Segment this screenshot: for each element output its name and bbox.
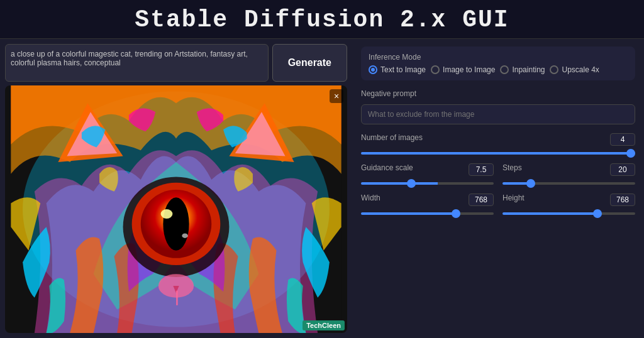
num-images-value: 4	[610, 133, 635, 146]
negative-prompt-input[interactable]	[361, 104, 635, 124]
inference-mode-group: Text to Image Image to Image Inpainting …	[369, 65, 628, 74]
main-content: a close up of a colorful magestic cat, t…	[0, 39, 644, 338]
radio-text-to-image[interactable]	[369, 65, 377, 74]
left-panel: a close up of a colorful magestic cat, t…	[0, 39, 352, 338]
right-panel: Inference Mode Text to Image Image to Im…	[352, 39, 644, 338]
cat-image	[5, 85, 347, 333]
mode-inpainting[interactable]: Inpainting	[500, 65, 545, 74]
radio-upscale-4x[interactable]	[550, 65, 558, 74]
guidance-scale-header: Guidance scale 7.5	[361, 163, 494, 176]
steps-section: Steps 20	[502, 163, 635, 185]
svg-point-7	[182, 233, 187, 238]
height-section: Height 768	[502, 194, 635, 215]
num-images-header: Number of images 4	[361, 133, 635, 146]
image-container: × TechCleen	[5, 85, 347, 333]
steps-header: Steps 20	[502, 163, 635, 176]
width-header: Width 768	[361, 194, 494, 206]
radio-dot-text-to-image	[371, 68, 375, 72]
width-height-row: Width 768 Height 768	[361, 194, 635, 215]
close-button[interactable]: ×	[330, 89, 343, 103]
inference-mode-section: Inference Mode Text to Image Image to Im…	[361, 46, 635, 80]
guidance-scale-value: 7.5	[469, 163, 494, 176]
negative-prompt-label: Negative prompt	[361, 89, 635, 98]
watermark: TechCleen	[303, 320, 345, 330]
prompt-input[interactable]: a close up of a colorful magestic cat, t…	[5, 44, 269, 82]
app-title: Stable Diffusion 2.x GUI	[0, 6, 644, 33]
guidance-scale-section: Guidance scale 7.5	[361, 163, 494, 185]
height-header: Height 768	[502, 194, 635, 206]
mode-image-to-image[interactable]: Image to Image	[431, 65, 495, 74]
mode-text-to-image[interactable]: Text to Image	[369, 65, 426, 74]
label-upscale-4x: Upscale 4x	[562, 65, 599, 74]
mode-upscale-4x[interactable]: Upscale 4x	[550, 65, 599, 74]
label-image-to-image: Image to Image	[443, 65, 495, 74]
svg-point-6	[161, 209, 173, 219]
svg-point-5	[163, 197, 189, 250]
guidance-scale-label: Guidance scale	[361, 163, 413, 172]
radio-image-to-image[interactable]	[431, 65, 440, 74]
width-value: 768	[469, 194, 494, 206]
close-icon: ×	[334, 91, 339, 101]
steps-slider[interactable]	[502, 182, 635, 185]
guidance-scale-slider[interactable]	[361, 182, 494, 185]
guidance-steps-row: Guidance scale 7.5 Steps 20	[361, 163, 635, 185]
steps-label: Steps	[502, 163, 522, 172]
header: Stable Diffusion 2.x GUI	[0, 0, 644, 39]
height-value: 768	[610, 194, 635, 206]
width-slider[interactable]	[361, 212, 494, 215]
generate-button[interactable]: Generate	[272, 44, 347, 82]
label-text-to-image: Text to Image	[380, 65, 426, 74]
num-images-label: Number of images	[361, 133, 423, 142]
radio-inpainting[interactable]	[500, 65, 509, 74]
app-container: Stable Diffusion 2.x GUI a close up of a…	[0, 0, 644, 338]
num-images-section: Number of images 4	[361, 133, 635, 155]
height-label: Height	[502, 194, 525, 202]
negative-prompt-section: Negative prompt	[361, 89, 635, 124]
height-slider[interactable]	[502, 212, 635, 215]
prompt-generate-row: a close up of a colorful magestic cat, t…	[5, 44, 347, 82]
label-inpainting: Inpainting	[512, 65, 545, 74]
width-label: Width	[361, 194, 380, 202]
num-images-slider[interactable]	[361, 152, 635, 155]
width-section: Width 768	[361, 194, 494, 215]
steps-value: 20	[610, 163, 635, 176]
svg-rect-10	[176, 290, 178, 305]
inference-mode-label: Inference Mode	[369, 53, 628, 62]
